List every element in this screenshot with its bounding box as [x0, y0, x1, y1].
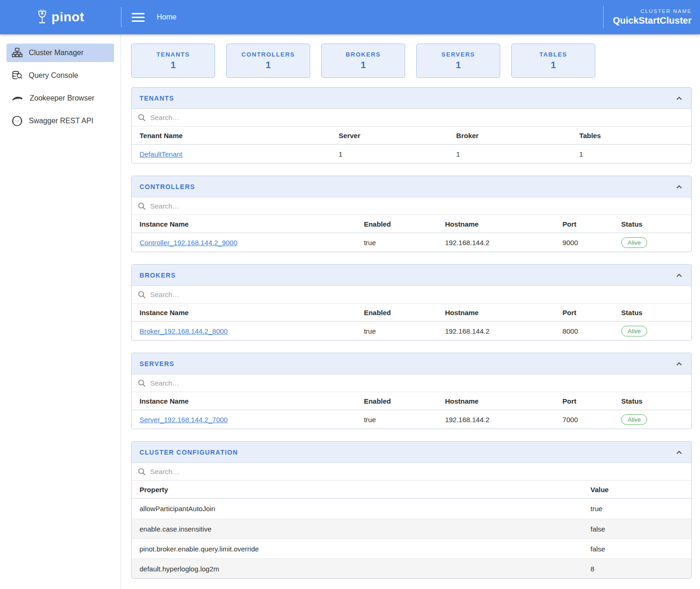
- card-label: CONTROLLERS: [242, 51, 295, 58]
- header-divider: [121, 7, 121, 27]
- section-title: SERVERS: [140, 360, 174, 367]
- column-header: Property: [132, 486, 591, 494]
- search-icon: [138, 291, 146, 299]
- svg-text:{··}: {··}: [12, 118, 23, 123]
- section-title: CLUSTER CONFIGURATION: [140, 449, 238, 456]
- column-header: Status: [621, 220, 691, 228]
- broker-enabled: true: [364, 327, 445, 335]
- controller-instance-link[interactable]: Controller_192.168.144.2_9000: [140, 239, 237, 247]
- section-title: CONTROLLERS: [140, 183, 195, 190]
- swagger-icon: {··}: [12, 115, 23, 127]
- column-header: Port: [562, 397, 621, 405]
- column-header: Enabled: [364, 220, 445, 228]
- status-badge: Alive: [621, 414, 647, 425]
- sidebar-item-label: Zookeeper Browser: [30, 94, 95, 102]
- section-title: TENANTS: [140, 95, 174, 102]
- section-cluster-configuration-header[interactable]: CLUSTER CONFIGURATION: [132, 442, 691, 463]
- column-header: Enabled: [364, 397, 445, 405]
- table-row: enable.case.insensitive false: [132, 519, 691, 538]
- collapse-chevron-icon[interactable]: [675, 184, 683, 190]
- sidebar-item-label: Query Console: [29, 71, 78, 80]
- servers-search-row: [132, 374, 691, 392]
- collapse-chevron-icon[interactable]: [675, 361, 683, 367]
- wine-glass-icon: [37, 9, 48, 25]
- section-controllers-header[interactable]: CONTROLLERS: [132, 176, 691, 197]
- servers-table-header: Instance Name Enabled Hostname Port Stat…: [132, 392, 691, 410]
- card-label: TABLES: [539, 51, 567, 58]
- sidebar-item-zookeeper-browser[interactable]: Zookeeper Browser: [6, 89, 114, 108]
- controller-port: 9000: [562, 239, 621, 247]
- column-header: Instance Name: [132, 220, 364, 228]
- tenants-search-input[interactable]: [150, 114, 685, 121]
- card-value: 1: [266, 60, 271, 70]
- table-row: pinot.broker.enable.query.limit.override…: [132, 538, 691, 558]
- table-row: DefaultTenant 1 1 1: [132, 145, 691, 163]
- brokers-search-row: [132, 286, 691, 304]
- column-header: Hostname: [445, 397, 562, 405]
- menu-toggle-icon[interactable]: [132, 13, 145, 22]
- status-badge: Alive: [621, 326, 647, 336]
- column-header: Broker: [456, 132, 579, 139]
- brokers-search-input[interactable]: [150, 291, 685, 298]
- table-row: Controller_192.168.144.2_9000 true 192.1…: [132, 233, 691, 252]
- card-value: 1: [456, 60, 461, 70]
- app-header: pinot Home CLUSTER NAME QuickStartCluste…: [0, 0, 700, 34]
- column-header: Tenant Name: [132, 132, 339, 139]
- section-cluster-configuration: CLUSTER CONFIGURATION Property Value all…: [131, 441, 692, 579]
- config-search-input[interactable]: [150, 468, 685, 475]
- controllers-search-row: [132, 197, 691, 215]
- status-badge: Alive: [621, 237, 647, 248]
- section-tenants: TENANTS Tenant Name Server Broker Tables…: [131, 87, 692, 164]
- config-property: default.hyperloglog.log2m: [132, 565, 591, 573]
- query-console-icon: [12, 70, 23, 81]
- config-value: 8: [591, 565, 691, 573]
- nav-home[interactable]: Home: [157, 13, 177, 21]
- column-header: Status: [621, 397, 691, 405]
- config-search-row: [132, 463, 691, 481]
- column-header: Tables: [579, 132, 691, 139]
- column-header: Server: [339, 132, 456, 139]
- card-value: 1: [551, 60, 556, 70]
- card-tables: TABLES 1: [511, 44, 595, 78]
- server-port: 7000: [562, 416, 621, 424]
- servers-search-input[interactable]: [150, 379, 685, 387]
- broker-instance-link[interactable]: Broker_192.168.144.2_8000: [140, 327, 228, 335]
- search-icon: [138, 379, 146, 387]
- section-title: BROKERS: [140, 272, 176, 279]
- sidebar: Cluster Manager Query Console: [0, 34, 121, 589]
- card-tenants: TENANTS 1: [131, 44, 215, 78]
- section-servers-header[interactable]: SERVERS: [132, 353, 691, 374]
- sidebar-item-query-console[interactable]: Query Console: [6, 66, 114, 85]
- tenant-server-count: 1: [339, 150, 456, 158]
- cluster-name-value: QuickStartCluster: [613, 15, 692, 26]
- collapse-chevron-icon[interactable]: [675, 449, 683, 456]
- section-servers: SERVERS Instance Name Enabled Hostname P…: [131, 353, 692, 429]
- sidebar-item-cluster-manager[interactable]: Cluster Manager: [6, 44, 114, 62]
- collapse-chevron-icon[interactable]: [675, 272, 683, 279]
- section-brokers-header[interactable]: BROKERS: [132, 265, 691, 286]
- card-label: BROKERS: [346, 51, 381, 58]
- cluster-manager-icon: [12, 47, 23, 58]
- search-icon: [138, 202, 146, 210]
- controllers-search-input[interactable]: [150, 202, 685, 210]
- section-brokers: BROKERS Instance Name Enabled Hostname P…: [131, 264, 692, 341]
- summary-cards: TENANTS 1 CONTROLLERS 1 BROKERS 1 SERVER…: [131, 44, 692, 78]
- brokers-table-header: Instance Name Enabled Hostname Port Stat…: [132, 304, 691, 322]
- tenant-link[interactable]: DefaultTenant: [140, 150, 183, 158]
- column-header: Instance Name: [132, 309, 364, 317]
- sidebar-item-label: Cluster Manager: [29, 49, 83, 57]
- section-tenants-header[interactable]: TENANTS: [132, 88, 691, 109]
- section-controllers: CONTROLLERS Instance Name Enabled Hostna…: [131, 176, 692, 252]
- pinot-logo[interactable]: pinot: [0, 0, 121, 34]
- sidebar-item-swagger-rest-api[interactable]: {··} Swagger REST API: [6, 112, 114, 130]
- column-header: Status: [621, 309, 691, 317]
- column-header: Value: [591, 486, 691, 494]
- sidebar-item-label: Swagger REST API: [29, 117, 93, 125]
- collapse-chevron-icon[interactable]: [675, 95, 683, 101]
- server-hostname: 192.168.144.2: [445, 416, 562, 424]
- table-row: Broker_192.168.144.2_8000 true 192.168.1…: [132, 322, 691, 340]
- server-instance-link[interactable]: Server_192.168.144.2_7000: [140, 416, 228, 424]
- config-value: false: [591, 545, 691, 553]
- column-header: Port: [562, 309, 621, 317]
- card-servers: SERVERS 1: [416, 44, 500, 78]
